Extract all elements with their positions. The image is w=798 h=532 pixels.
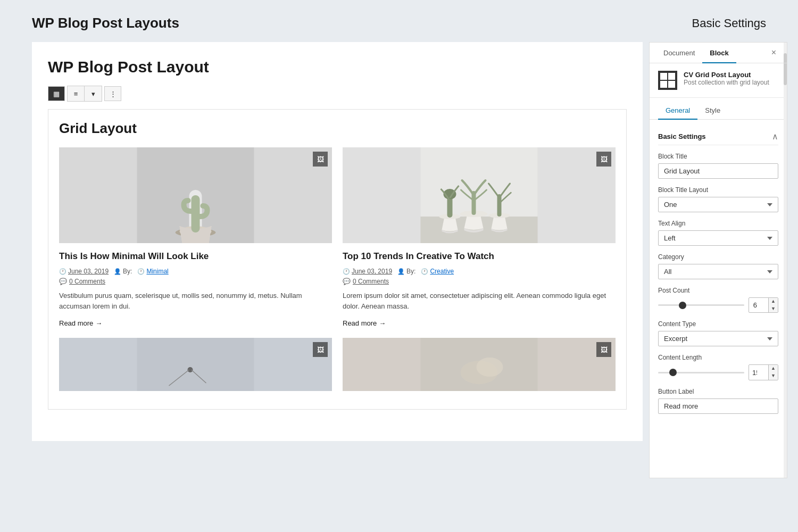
- text-align-label: Text Align: [658, 220, 778, 227]
- post-date-1: 🕐 June 03, 2019: [59, 268, 109, 275]
- post-author-2: 👤 By:: [397, 268, 415, 275]
- post-category-link-1[interactable]: Minimal: [146, 268, 168, 275]
- plugin-name: CV Grid Post Layout: [684, 71, 769, 79]
- block-title-layout-select[interactable]: One Two Three: [658, 197, 778, 212]
- post-count-slider[interactable]: [658, 304, 744, 306]
- canvas-page-title: WP Blog Post Layout: [48, 58, 627, 76]
- block-title-label: Block Title: [658, 153, 778, 160]
- plugin-info: CV Grid Post Layout Post collection with…: [650, 63, 787, 98]
- read-more-2[interactable]: Read more →: [343, 319, 616, 327]
- image-placeholder-icon-2: 🖼: [601, 155, 608, 163]
- read-more-1[interactable]: Read more →: [59, 319, 332, 327]
- plugin-icon: [658, 71, 677, 90]
- content-type-label: Content Type: [658, 320, 778, 328]
- list-view-button[interactable]: ≡: [68, 86, 85, 101]
- panel-content: Basic Settings ∧ Block Title Block Title…: [650, 121, 787, 429]
- user-icon-2: 👤: [397, 268, 405, 275]
- content-type-field: Content Type Excerpt Full Content: [658, 320, 778, 346]
- author-label-2: By:: [406, 268, 415, 275]
- block-title-input[interactable]: [658, 163, 778, 179]
- content-type-select[interactable]: Excerpt Full Content: [658, 331, 778, 346]
- post-count-number[interactable]: [749, 299, 768, 311]
- svg-point-16: [188, 367, 193, 372]
- subtab-style[interactable]: Style: [697, 103, 728, 120]
- post-image-icon-2[interactable]: 🖼: [596, 152, 611, 167]
- svg-point-21: [477, 358, 503, 377]
- post-category-link-2[interactable]: Creative: [430, 268, 454, 275]
- settings-panel-header-title: Basic Settings: [692, 16, 766, 30]
- button-label-label: Button Label: [658, 388, 778, 395]
- image-placeholder-icon: 🖼: [317, 155, 324, 163]
- content-length-up[interactable]: ▲: [769, 365, 778, 372]
- post-title-1: This Is How Minimal Will Look Like: [59, 251, 332, 262]
- content-length-slider[interactable]: [658, 372, 744, 373]
- svg-rect-6: [421, 147, 538, 217]
- comments-link-1[interactable]: 0 Comments: [69, 278, 105, 285]
- button-label-input[interactable]: [658, 398, 778, 414]
- content-length-number[interactable]: [749, 367, 768, 379]
- chevron-down-icon: ▾: [92, 90, 95, 98]
- arrow-icon-2: →: [379, 319, 386, 327]
- more-options-button[interactable]: ⋮: [104, 86, 121, 101]
- post-card-3: 🖼: [59, 338, 332, 398]
- plugin-info-text: CV Grid Post Layout Post collection with…: [684, 71, 769, 86]
- scrollbar[interactable]: [784, 43, 787, 478]
- comment-icon-1: 💬: [59, 278, 67, 285]
- post-count-up[interactable]: ▲: [769, 298, 778, 305]
- tab-document[interactable]: Document: [656, 43, 702, 63]
- panel-subtabs: General Style: [650, 98, 787, 120]
- post-date-link-1[interactable]: June 03, 2019: [68, 268, 109, 275]
- content-length-range-row: ▲ ▼: [658, 364, 778, 380]
- content-length-down[interactable]: ▼: [769, 372, 778, 380]
- content-length-number-wrap: ▲ ▼: [749, 364, 778, 380]
- text-align-field: Text Align Left Center Right: [658, 220, 778, 246]
- post-count-range-row: ▲ ▼: [658, 297, 778, 313]
- user-icon-1: 👤: [114, 268, 121, 275]
- svg-rect-15: [137, 338, 254, 391]
- post-comments-2: 💬 0 Comments: [343, 278, 616, 285]
- block-title-field: Block Title: [658, 153, 778, 179]
- text-align-select[interactable]: Left Center Right: [658, 230, 778, 246]
- icon-cell-2: [668, 73, 675, 80]
- icon-cell-1: [660, 73, 667, 80]
- list-dropdown-button[interactable]: ▾: [85, 86, 102, 101]
- list-view-group: ≡ ▾: [67, 86, 102, 102]
- blog-block: Grid Layout: [48, 109, 627, 410]
- post-image-4: 🖼: [343, 338, 616, 391]
- block-heading: Grid Layout: [59, 120, 616, 137]
- panel-close-button[interactable]: ×: [767, 44, 780, 62]
- post-image-icon-4[interactable]: 🖼: [596, 342, 611, 357]
- tab-block[interactable]: Block: [702, 43, 736, 63]
- arrow-icon-1: →: [95, 319, 102, 327]
- content-length-label: Content Length: [658, 354, 778, 361]
- post-image-1: 🖼: [59, 147, 332, 243]
- grid-view-button[interactable]: ▦: [48, 86, 65, 101]
- post-count-label: Post Count: [658, 287, 778, 294]
- post-card-4: 🖼: [343, 338, 616, 398]
- content-length-arrows: ▲ ▼: [768, 365, 778, 379]
- basic-settings-section: Basic Settings ∧: [658, 128, 778, 145]
- list-icon: ≡: [74, 90, 78, 98]
- clock-icon-1: 🕐: [59, 268, 66, 275]
- author-label-1: By:: [123, 268, 132, 275]
- post-count-number-wrap: ▲ ▼: [749, 297, 778, 313]
- post-image-icon-3[interactable]: 🖼: [313, 342, 328, 357]
- more-icon: ⋮: [110, 90, 117, 98]
- panel-tabs: Document Block ×: [650, 43, 787, 63]
- category-label: Category: [658, 253, 778, 261]
- post-card-2: 🖼 Top 10 Trends In Creative To Watch 🕐 J…: [343, 147, 616, 327]
- main-area: WP Blog Post Layout ▦ ≡ ▾ ⋮ Grid Layout: [0, 42, 798, 489]
- plugin-description: Post collection with grid layout: [684, 79, 769, 86]
- block-toolbar: ▦ ≡ ▾ ⋮: [48, 86, 627, 102]
- category-select[interactable]: All Minimal Creative: [658, 264, 778, 279]
- post-date-link-2[interactable]: June 03, 2019: [352, 268, 392, 275]
- subtab-general[interactable]: General: [658, 103, 697, 120]
- post-image-icon-1[interactable]: 🖼: [313, 152, 328, 167]
- image-placeholder-icon-4: 🖼: [601, 346, 608, 354]
- collapse-icon[interactable]: ∧: [772, 131, 778, 142]
- post-category-2: 🕐 Creative: [421, 268, 454, 275]
- post-count-down[interactable]: ▼: [769, 305, 778, 313]
- comments-link-2[interactable]: 0 Comments: [353, 278, 389, 285]
- post-meta-2: 🕐 June 03, 2019 👤 By: 🕐 Creative: [343, 268, 616, 275]
- tag-icon-2: 🕐: [421, 268, 428, 275]
